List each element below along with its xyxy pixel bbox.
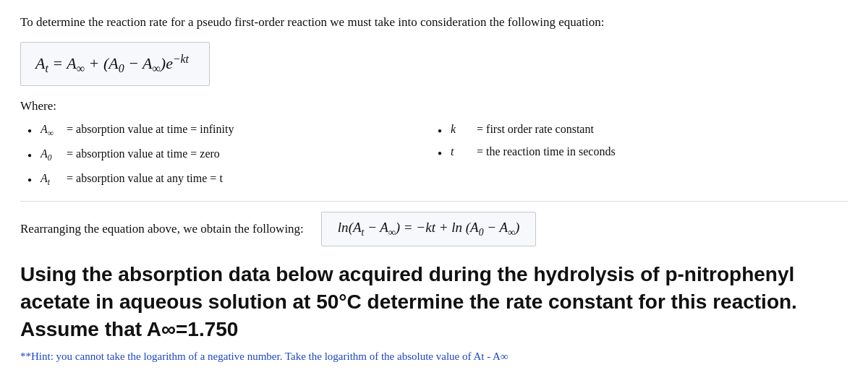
bullet-row-at: ● At = absorption value at any time = t bbox=[27, 168, 438, 190]
bullet-row-ainf: ● A∞ = absorption value at time = infini… bbox=[27, 119, 438, 141]
symbol-k: k bbox=[451, 119, 471, 139]
intro-text: To determine the reaction rate for a pse… bbox=[20, 13, 848, 32]
big-text-line2: acetate in aqueous solution at 50°C dete… bbox=[20, 288, 848, 316]
bullet-dot-5: ● bbox=[438, 147, 442, 159]
main-equation: At = A∞ + (A0 − A∞)e−kt bbox=[35, 54, 189, 72]
rearrange-label: Rearranging the equation above, we obtai… bbox=[20, 222, 304, 236]
bullet-dot-4: ● bbox=[438, 124, 442, 137]
symbol-ainf: A∞ bbox=[41, 119, 61, 141]
big-text-block: Using the absorption data below acquired… bbox=[20, 261, 848, 343]
divider-1 bbox=[20, 201, 848, 202]
right-bullet-col: ● k = first order rate constant ● t = th… bbox=[438, 119, 848, 189]
def-k: = first order rate constant bbox=[477, 119, 594, 139]
symbol-t: t bbox=[451, 142, 471, 161]
hint-text: **Hint: you cannot take the logarithm of… bbox=[20, 350, 848, 363]
bullet-dot-2: ● bbox=[27, 149, 32, 161]
rearrange-row: Rearranging the equation above, we obtai… bbox=[20, 212, 848, 246]
def-ainf: = absorption value at time = infinity bbox=[67, 119, 234, 139]
symbol-a0: A0 bbox=[41, 144, 61, 165]
def-t: = the reaction time in seconds bbox=[477, 142, 616, 161]
where-section: Where: ● A∞ = absorption value at time =… bbox=[20, 99, 848, 189]
left-bullet-col: ● A∞ = absorption value at time = infini… bbox=[27, 119, 438, 189]
bullet-grid: ● A∞ = absorption value at time = infini… bbox=[27, 119, 848, 189]
symbol-at: At bbox=[41, 168, 61, 190]
bullet-row-a0: ● A0 = absorption value at time = zero bbox=[27, 144, 438, 165]
bullet-row-t: ● t = the reaction time in seconds bbox=[438, 142, 848, 161]
rearrange-equation: ln(At − A∞) = −kt + ln (A0 − A∞) bbox=[321, 212, 536, 246]
main-equation-box: At = A∞ + (A0 − A∞)e−kt bbox=[20, 42, 210, 87]
bullet-dot-1: ● bbox=[27, 124, 32, 137]
bullet-dot-3: ● bbox=[27, 173, 32, 186]
def-at: = absorption value at any time = t bbox=[67, 168, 223, 188]
big-text-line3: Assume that A∞=1.750 bbox=[20, 316, 848, 343]
def-a0: = absorption value at time = zero bbox=[67, 144, 220, 163]
big-text-line1: Using the absorption data below acquired… bbox=[20, 261, 848, 288]
bullet-row-k: ● k = first order rate constant bbox=[438, 119, 848, 139]
where-label: Where: bbox=[20, 99, 848, 113]
